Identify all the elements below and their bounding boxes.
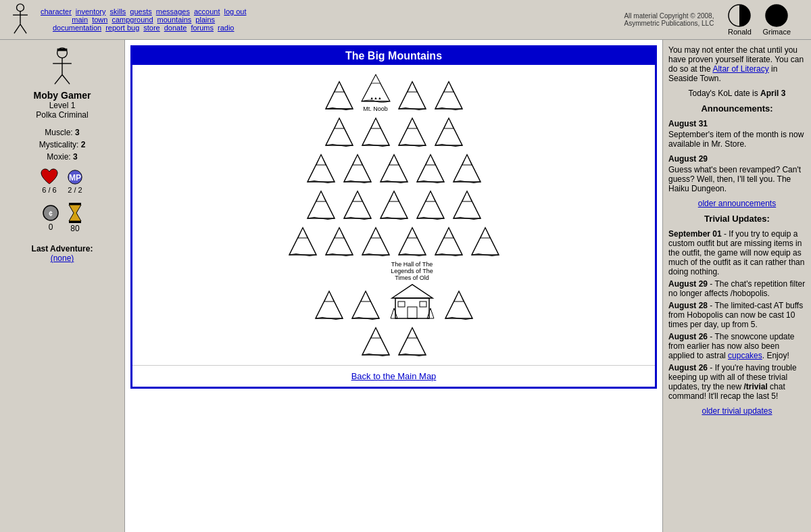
svg-marker-51: [316, 191, 326, 201]
svg-marker-33: [335, 118, 344, 128]
svg-marker-53: [353, 191, 362, 201]
muscle-val: 3: [75, 128, 80, 137]
mountain-5[interactable]: [359, 115, 393, 149]
mountain-1[interactable]: [322, 78, 356, 112]
mountain-23[interactable]: [468, 224, 502, 258]
mountain-18[interactable]: [286, 224, 320, 258]
mountain-13[interactable]: [304, 188, 338, 222]
svg-marker-63: [335, 228, 344, 238]
nav-town[interactable]: town: [92, 16, 107, 24]
mountain-19[interactable]: [322, 224, 356, 258]
left-sidebar: Moby Gamer Level 1 Polka Criminal Muscle…: [0, 40, 125, 532]
kol-date-value: April 3: [760, 89, 785, 98]
svg-rect-80: [420, 301, 426, 307]
mountain-4[interactable]: [322, 115, 356, 149]
svg-marker-25: [371, 75, 380, 84]
nav-donate[interactable]: donate: [164, 24, 187, 32]
back-to-main-map: Back to the Main Map: [132, 365, 655, 387]
mountain-26[interactable]: [442, 288, 476, 322]
nav-logout[interactable]: log out: [224, 7, 246, 16]
svg-marker-57: [426, 191, 435, 201]
nav-inventory[interactable]: inventory: [76, 7, 106, 16]
mountain-25[interactable]: [349, 288, 383, 322]
nav-documentation[interactable]: documentation: [53, 24, 101, 32]
trivial-1-date: September 01: [668, 229, 722, 239]
svg-rect-78: [408, 307, 417, 318]
mountain-3[interactable]: [432, 78, 466, 112]
last-adventure: Last Adventure: (none): [32, 244, 93, 263]
grimace-icon[interactable]: [764, 3, 789, 28]
svg-marker-22: [335, 82, 344, 92]
mountain-11[interactable]: [414, 151, 447, 185]
older-announcements-container: older announcements: [668, 199, 806, 208]
mountain-8[interactable]: [304, 151, 338, 185]
nav-account[interactable]: account: [194, 7, 220, 16]
nav-row-2: main town campground mountains plains: [72, 16, 215, 24]
mountain-10[interactable]: [377, 151, 411, 185]
nav-messages[interactable]: messages: [156, 7, 190, 16]
nav-character[interactable]: character: [41, 7, 72, 16]
nav-skills[interactable]: skills: [110, 7, 126, 16]
nav-row-3: documentation report bug store donate fo…: [53, 24, 235, 32]
hall-label: The Hall of The Legends of The Times of …: [385, 261, 439, 281]
nav-forums[interactable]: forums: [191, 24, 214, 32]
mountain-20[interactable]: [359, 224, 393, 258]
nav-report-bug[interactable]: report bug: [105, 24, 139, 32]
meat-block: ¢ 0: [41, 203, 60, 232]
older-announcements-link[interactable]: older announcements: [698, 199, 776, 208]
mountain-12[interactable]: [450, 151, 484, 185]
svg-marker-69: [444, 228, 453, 238]
meat-value: 0: [49, 222, 53, 232]
last-adventure-link[interactable]: (none): [51, 253, 74, 263]
trivial-header: Trivial Updates:: [668, 214, 806, 224]
mountain-14[interactable]: [341, 188, 374, 222]
nav-mountains[interactable]: mountains: [157, 16, 192, 24]
svg-marker-75: [361, 291, 370, 301]
mountain-2[interactable]: [395, 78, 429, 112]
nav-campground[interactable]: campground: [112, 16, 153, 24]
svg-point-6: [766, 5, 787, 26]
mt-noob-label: Mt. Noob: [363, 105, 388, 112]
mountain-16[interactable]: [414, 188, 447, 222]
ronald-icon[interactable]: [727, 3, 752, 28]
svg-text:MP: MP: [69, 173, 81, 183]
trivial-3: August 28 - The limited-cast AT buffs fr…: [668, 301, 806, 329]
mountain-9[interactable]: [341, 151, 374, 185]
mountain-24[interactable]: [312, 288, 346, 322]
mt-noob[interactable]: ▲▲▲ Mt. Noob: [359, 72, 393, 112]
svg-marker-47: [426, 155, 435, 165]
hall-of-legends[interactable]: The Hall of The Legends of The Times of …: [385, 261, 439, 322]
trivial-1: September 01 - If you try to equip a cus…: [668, 229, 806, 276]
muscle-label: Muscle:: [45, 128, 72, 137]
svg-marker-29: [408, 82, 417, 92]
mountain-22[interactable]: [432, 224, 466, 258]
nav-main[interactable]: main: [72, 16, 88, 24]
moxie-val: 3: [73, 152, 78, 162]
nav-quests[interactable]: quests: [130, 7, 151, 16]
mountain-21[interactable]: [395, 224, 429, 258]
nav-store[interactable]: store: [143, 24, 159, 32]
mountain-27[interactable]: [359, 324, 393, 358]
mountain-15[interactable]: [377, 188, 411, 222]
svg-marker-86: [371, 328, 380, 338]
altar-of-literacy-link[interactable]: Altar of Literacy: [712, 64, 768, 74]
mountain-28[interactable]: [395, 324, 429, 358]
char-class: Polka Criminal: [36, 110, 88, 120]
ronald-label: Ronald: [728, 28, 752, 36]
meat-adventures-row: ¢ 0 80: [41, 202, 83, 233]
cupcakes-link[interactable]: cupcakes: [728, 351, 762, 360]
svg-point-0: [17, 4, 24, 11]
center-area: The Big Mountains ▲▲▲ Mt. Noob: [125, 40, 662, 532]
mp-value: 2 / 2: [68, 186, 82, 194]
mountain-17[interactable]: [450, 188, 484, 222]
older-trivial-link[interactable]: older trivial updates: [702, 406, 772, 416]
nav-radio[interactable]: radio: [218, 24, 234, 32]
map-title: The Big Mountains: [132, 47, 655, 65]
mountain-7[interactable]: [432, 115, 466, 149]
back-to-main-map-link[interactable]: Back to the Main Map: [351, 371, 437, 381]
ann1-text: September's item of the month is now ava…: [668, 130, 806, 149]
mountain-6[interactable]: [395, 115, 429, 149]
svg-line-11: [62, 75, 70, 84]
nav-plains[interactable]: plains: [195, 16, 215, 24]
svg-line-10: [55, 75, 62, 84]
